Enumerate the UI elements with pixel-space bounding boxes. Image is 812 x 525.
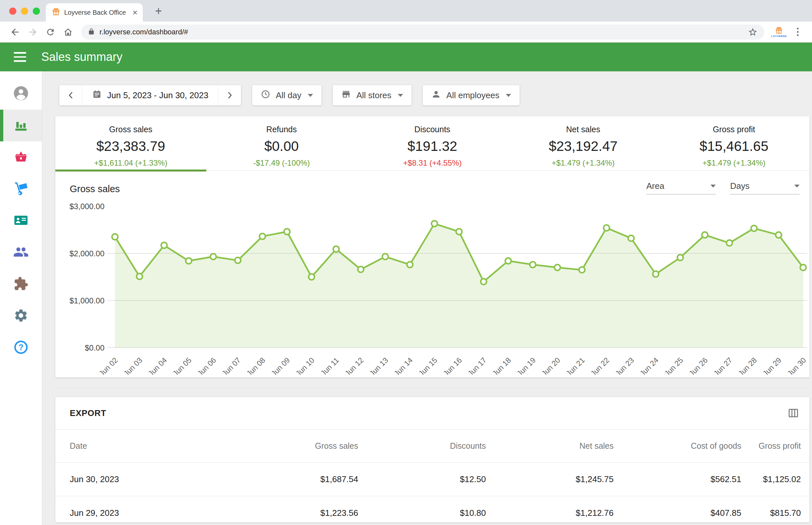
- column-header-gross-sales[interactable]: Gross sales: [232, 430, 358, 463]
- export-button[interactable]: EXPORT: [70, 408, 106, 418]
- svg-text:Jun 30: Jun 30: [785, 356, 808, 375]
- date-range-picker: Jun 5, 2023 - Jun 30, 2023: [59, 85, 241, 105]
- loyverse-favicon-icon: [52, 7, 60, 17]
- bookmark-star-icon[interactable]: [748, 27, 758, 37]
- browser-tab-strip: Loyverse Back Office × +: [0, 0, 812, 21]
- time-filter-label: All day: [276, 90, 301, 101]
- cell-cost-of-goods: $562.51: [614, 463, 741, 496]
- avatar-icon: [12, 85, 29, 103]
- metric-discounts[interactable]: Discounts $191.32 +$8.31 (+4.55%): [357, 116, 508, 170]
- browser-toolbar: r.loyverse.com/dashboard/# LOYVERSE: [0, 21, 812, 43]
- svg-text:Jun 27: Jun 27: [712, 356, 734, 375]
- window-zoom-button[interactable]: [33, 7, 40, 15]
- previous-period-button[interactable]: [59, 85, 82, 105]
- sidebar-item-reports[interactable]: [0, 110, 42, 141]
- sidebar-item-customers[interactable]: [0, 205, 42, 237]
- chart-title: Gross sales: [70, 184, 120, 194]
- loyverse-extension-icon[interactable]: LOYVERSE: [770, 27, 788, 38]
- svg-text:Jun 16: Jun 16: [441, 356, 463, 375]
- address-bar[interactable]: r.loyverse.com/dashboard/#: [81, 25, 764, 40]
- basket-icon: [13, 149, 29, 166]
- column-settings-icon[interactable]: [788, 407, 799, 419]
- browser-menu-icon[interactable]: [791, 28, 804, 36]
- svg-text:Jun 22: Jun 22: [589, 356, 611, 375]
- contact-card-icon: [13, 212, 29, 229]
- column-header-cost-of-goods[interactable]: Cost of goods: [614, 430, 741, 463]
- tab-close-icon[interactable]: ×: [133, 8, 137, 17]
- cell-gross-sales: $1,687.54: [232, 463, 358, 496]
- window-close-button[interactable]: [9, 7, 16, 15]
- svg-text:?: ?: [18, 342, 23, 351]
- reload-icon[interactable]: [43, 25, 58, 39]
- stores-filter-button[interactable]: All stores: [333, 85, 412, 105]
- menu-hamburger-icon[interactable]: [14, 52, 26, 62]
- metric-label: Gross sales: [55, 125, 206, 134]
- bar-chart-icon: [13, 118, 29, 134]
- back-icon[interactable]: [8, 25, 22, 39]
- svg-text:Jun 14: Jun 14: [392, 356, 414, 375]
- people-icon: [13, 244, 29, 261]
- hand-truck-icon: [13, 181, 29, 197]
- window-minimize-button[interactable]: [21, 7, 28, 15]
- svg-text:Jun 02: Jun 02: [97, 356, 119, 375]
- table-row[interactable]: Jun 29, 2023 $1,223.56 $10.80 $1,212.76 …: [55, 496, 809, 523]
- svg-text:Jun 09: Jun 09: [269, 356, 291, 375]
- sidebar: ?: [0, 71, 42, 525]
- section-divider: [55, 388, 809, 388]
- export-card: EXPORT Date Gross sales Discounts Net sa…: [55, 397, 809, 522]
- table-row[interactable]: Jun 30, 2023 $1,687.54 $12.50 $1,245.75 …: [55, 463, 809, 496]
- column-header-discounts[interactable]: Discounts: [358, 430, 486, 463]
- sidebar-item-inventory[interactable]: [0, 173, 42, 205]
- gross-sales-area-chart[interactable]: $3,000.00$2,000.00$1,000.00$0.00Jun 02Ju…: [56, 196, 809, 375]
- metric-value: $23,383.79: [55, 138, 206, 154]
- date-range-button[interactable]: Jun 5, 2023 - Jun 30, 2023: [82, 89, 218, 102]
- svg-text:Jun 03: Jun 03: [122, 356, 144, 375]
- chart-period-select[interactable]: Days: [730, 181, 800, 194]
- svg-text:Jun 18: Jun 18: [490, 356, 513, 375]
- cell-date: Jun 29, 2023: [55, 496, 232, 523]
- cell-date: Jun 30, 2023: [55, 463, 232, 496]
- stores-filter-label: All stores: [356, 90, 391, 101]
- employees-filter-button[interactable]: All employees: [423, 85, 520, 105]
- sidebar-item-integrations[interactable]: [0, 268, 42, 300]
- metric-delta: +$1.479 (+1.34%): [508, 159, 659, 168]
- sidebar-item-settings[interactable]: [0, 300, 42, 332]
- cell-net-sales: $1,245.75: [486, 463, 614, 496]
- chart-type-select[interactable]: Area: [646, 181, 716, 194]
- sidebar-item-help[interactable]: ?: [0, 332, 42, 364]
- metric-net-sales[interactable]: Net sales $23,192.47 +$1.479 (+1.34%): [508, 116, 659, 170]
- cell-gross-profit: $1,125.02: [741, 463, 809, 496]
- svg-text:Jun 05: Jun 05: [171, 356, 193, 375]
- sidebar-item-items[interactable]: [0, 141, 42, 173]
- svg-text:Jun 29: Jun 29: [761, 356, 783, 375]
- home-icon[interactable]: [61, 25, 75, 39]
- metric-gross-sales[interactable]: Gross sales $23,383.79 +$1,611.04 (+1.33…: [55, 116, 206, 170]
- next-period-button[interactable]: [218, 85, 241, 105]
- metric-label: Net sales: [508, 125, 659, 134]
- column-header-date[interactable]: Date: [55, 430, 232, 463]
- page-title: Sales summary: [41, 50, 122, 64]
- url-text: r.loyverse.com/dashboard/#: [100, 28, 188, 36]
- browser-tab[interactable]: Loyverse Back Office ×: [46, 3, 143, 21]
- time-filter-button[interactable]: All day: [252, 85, 322, 105]
- metrics-row: Gross sales $23,383.79 +$1,611.04 (+1.33…: [55, 116, 809, 171]
- metric-delta: +$8.31 (+4.55%): [357, 159, 508, 168]
- date-range-text: Jun 5, 2023 - Jun 30, 2023: [107, 90, 208, 101]
- cell-discounts: $10.80: [358, 496, 486, 523]
- column-header-net-sales[interactable]: Net sales: [486, 430, 614, 463]
- new-tab-button[interactable]: +: [151, 4, 166, 18]
- forward-icon[interactable]: [26, 25, 40, 39]
- active-metric-indicator: [55, 169, 206, 171]
- clock-icon: [261, 89, 270, 102]
- column-header-gross-profit[interactable]: Gross profit: [741, 430, 809, 463]
- sales-table: Date Gross sales Discounts Net sales Cos…: [55, 430, 809, 522]
- svg-text:Jun 20: Jun 20: [540, 356, 562, 375]
- metric-refunds[interactable]: Refunds $0.00 -$17.49 (-100%): [206, 116, 357, 170]
- metric-gross-profit[interactable]: Gross profit $15,461.65 +$1.479 (+1.34%): [659, 116, 809, 170]
- chevron-down-icon: [794, 184, 800, 188]
- table-header-row: Date Gross sales Discounts Net sales Cos…: [55, 430, 809, 463]
- chevron-down-icon: [506, 94, 511, 97]
- sidebar-item-profile[interactable]: [0, 78, 42, 110]
- store-icon: [341, 89, 351, 102]
- sidebar-item-employees[interactable]: [0, 237, 42, 268]
